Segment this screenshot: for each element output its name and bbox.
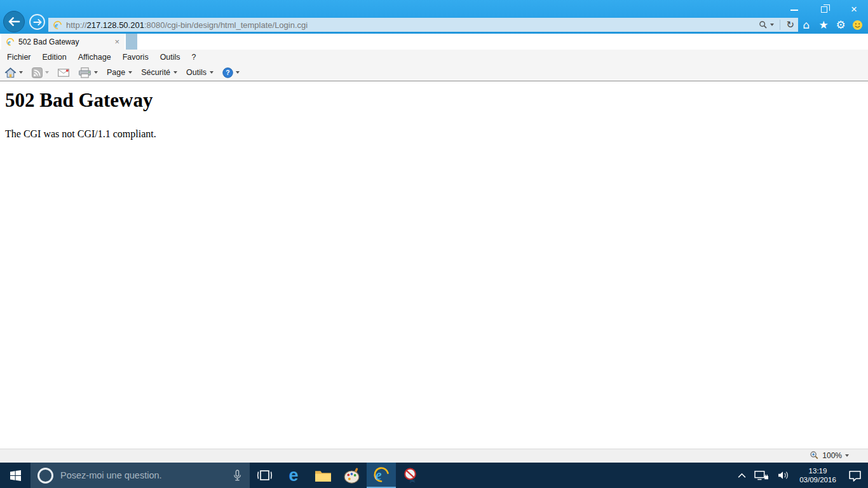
tray-chevron-up-icon[interactable] [738,473,746,478]
status-bar: 100% [0,449,868,463]
cortana-search-input[interactable]: Posez-moi une question. [31,463,250,488]
taskbar-snipping-tool-button[interactable]: ✂ [396,463,425,488]
page-label: Page [107,68,126,77]
home-icon[interactable]: ⌂ [801,19,812,30]
address-bar[interactable]: e http://217.128.50.201:8080/cgi-bin/des… [48,18,798,32]
system-tray: 13:19 03/09/2016 [738,463,868,488]
command-page-button[interactable]: Page [102,68,137,77]
error-heading: 502 Bad Gateway [5,89,868,112]
back-button[interactable] [3,11,25,32]
zoom-control[interactable]: 100% [810,451,849,460]
command-tools-button[interactable]: Outils [182,68,218,77]
close-button[interactable]: × [848,5,860,14]
browser-title-bar: × e http://217.128.50.201:8080/cgi-bin/d… [0,0,868,34]
command-security-button[interactable]: Sécurité [137,68,182,77]
windows-taskbar: Posez-moi une question. e [0,463,868,488]
rss-feed-icon [32,67,43,78]
restore-icon [821,6,827,13]
svg-text:e: e [55,22,58,29]
forward-button[interactable] [29,14,45,30]
volume-icon[interactable] [777,470,790,480]
search-placeholder: Posez-moi une question. [60,470,233,480]
svg-text:✂: ✂ [409,476,416,484]
minimize-button[interactable] [788,4,801,15]
printer-icon [78,67,92,78]
clock-time: 13:19 [798,466,837,475]
svg-text:?: ? [226,69,229,76]
url-scheme: http:// [66,20,87,30]
caret-down-icon [173,71,177,74]
command-print-button[interactable] [74,67,102,78]
resize-grip[interactable] [860,454,866,461]
error-message: The CGI was not CGI/1.1 compliant. [5,128,868,140]
tab-bar: e 502 Bad Gateway × [0,34,868,50]
action-center-icon[interactable] [848,470,862,482]
back-arrow-icon [8,17,20,26]
microphone-icon[interactable] [233,470,242,482]
clock-date: 03/09/2016 [798,475,837,484]
search-icon[interactable] [759,20,768,29]
mail-icon [58,69,69,77]
edge-logo-icon: e [288,467,298,484]
home-icon [4,67,17,78]
caret-down-icon [128,71,132,74]
caret-down-icon [45,71,49,74]
snipping-tool-icon: ✂ [402,467,419,484]
start-button[interactable] [0,463,31,488]
caret-down-icon [210,71,214,74]
network-icon[interactable] [754,470,769,481]
security-label: Sécurité [141,68,171,77]
zoom-magnifier-icon [810,451,819,460]
url-text: http://217.128.50.201:8080/cgi-bin/desig… [66,20,759,30]
restore-button[interactable] [818,4,831,15]
command-help-button[interactable]: ? [218,67,244,78]
ie-favicon: e [6,37,15,46]
menu-outils[interactable]: Outils [154,51,186,63]
ie-favicon: e [53,20,62,30]
menu-affichage[interactable]: Affichage [72,51,117,63]
svg-text:e: e [376,467,382,483]
forward-arrow-icon [33,19,42,25]
menu-bar: Fichier Edition Affichage Favoris Outils… [0,50,868,64]
command-mail-button[interactable] [53,69,74,77]
caret-down-icon [19,71,23,74]
tools-label: Outils [186,68,207,77]
url-host: 217.128.50.201 [87,20,144,30]
minimize-icon [790,10,798,11]
taskbar-explorer-button[interactable] [308,463,337,488]
command-feeds-button[interactable] [27,67,53,78]
task-view-button[interactable] [250,463,279,488]
taskbar-paint-button[interactable] [337,463,367,488]
paint-icon [344,467,361,484]
cortana-icon [37,468,53,484]
settings-gear-icon[interactable]: ⚙ [835,19,846,30]
url-path: :8080/cgi-bin/design/html_template/Login… [144,20,308,30]
search-dropdown-caret[interactable] [770,24,774,26]
refresh-icon[interactable]: ↻ [786,19,794,30]
menu-fichier[interactable]: Fichier [1,51,37,63]
taskbar-clock[interactable]: 13:19 03/09/2016 [798,466,837,485]
tab-close-icon[interactable]: × [109,37,125,46]
command-home-button[interactable] [0,67,27,78]
tab-title: 502 Bad Gateway [18,37,109,46]
svg-text:e: e [8,38,11,45]
page-content: 502 Bad Gateway The CGI was not CGI/1.1 … [0,82,868,449]
menu-help[interactable]: ? [186,51,202,63]
caret-down-icon [94,71,98,74]
task-view-icon [256,470,273,481]
command-bar: Page Sécurité Outils ? [0,64,868,81]
file-explorer-icon [315,469,332,482]
menu-favoris[interactable]: Favoris [117,51,154,63]
new-tab-button[interactable] [126,34,137,50]
taskbar-edge-button[interactable]: e [279,463,308,488]
caret-down-icon [236,71,240,74]
tab-502-bad-gateway[interactable]: e 502 Bad Gateway × [1,34,125,50]
zoom-level: 100% [822,451,842,460]
menu-edition[interactable]: Edition [37,51,72,63]
zoom-caret-icon [845,454,849,457]
smiley-feedback-icon[interactable] [852,20,863,30]
taskbar-ie-button[interactable]: e [367,463,396,488]
favorites-star-icon[interactable]: ★ [818,19,829,30]
help-icon: ? [222,67,233,78]
internet-explorer-icon: e [372,466,390,484]
